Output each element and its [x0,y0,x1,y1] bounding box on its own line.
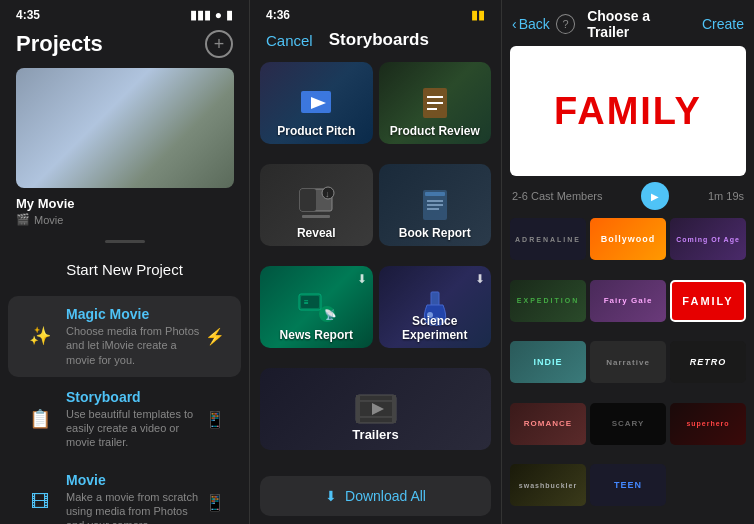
trailers-icon [354,387,398,431]
retro-label: RETRO [690,357,727,367]
battery-icon-2: ▮▮ [471,8,485,22]
start-new-button[interactable]: Start New Project [0,253,249,294]
svg-rect-7 [300,189,316,211]
status-icons-2: ▮▮ [471,8,485,22]
back-chevron-icon: ‹ [512,16,517,32]
book-report-icon [415,185,455,225]
trailer-thumb-retro[interactable]: RETRO [670,341,746,383]
trailer-thumb-fairy-tale[interactable]: Fairy Gale [590,280,666,322]
news-report-bg: ⬇ ≡ 📡 News Report [260,266,373,348]
storyboard-card-news-report[interactable]: ⬇ ≡ 📡 News Report [260,266,373,348]
trailer-thumb-coming-of-age[interactable]: Coming Of Age [670,218,746,260]
menu-item-movie[interactable]: 🎞 Movie Make a movie from scratch using … [8,462,241,524]
project-thumbnail[interactable] [16,68,234,188]
play-button[interactable]: ▶ [641,182,669,210]
storyboard-card-reveal[interactable]: ↓ Reveal [260,164,373,246]
trailer-thumb-teen[interactable]: TEEN [590,464,666,506]
battery-icon: ▮ [226,8,233,22]
time-2: 4:36 [266,8,290,22]
add-project-button[interactable]: + [205,30,233,58]
trailers-label: Trailers [260,427,491,442]
help-button[interactable]: ? [556,14,575,34]
product-pitch-icon [296,83,336,123]
trailer-preview: FAMILY [510,46,746,176]
storyboards-title: Storyboards [329,30,429,50]
project-info: My Movie 🎬 Movie [0,188,249,230]
svg-text:📡: 📡 [324,308,337,321]
menu-items: ✨ Magic Movie Choose media from Photos a… [0,294,249,524]
product-pitch-bg: Product Pitch [260,62,373,144]
book-report-label: Book Report [379,226,492,240]
project-type: 🎬 Movie [16,213,233,226]
movie-icon: 🎞 [24,486,56,518]
cast-members-label: 2-6 Cast Members [512,190,602,202]
movie-icon-right: 📱 [205,493,225,512]
news-report-icon: ≡ 📡 [295,286,337,328]
storyboard-card-product-pitch[interactable]: Product Pitch [260,62,373,144]
svg-rect-21 [431,292,439,306]
teen-label: TEEN [614,480,642,490]
reveal-bg: ↓ Reveal [260,164,373,246]
storyboard-title: Storyboard [66,389,205,405]
download-all-button[interactable]: ⬇ Download All [260,476,491,516]
projects-title: Projects [16,31,103,57]
project-name: My Movie [16,196,233,211]
svg-text:≡: ≡ [304,298,309,307]
trailer-thumb-adrenaline[interactable]: ADRENALINE [510,218,586,260]
fairy-tale-label: Fairy Gale [604,296,653,305]
svg-rect-12 [425,192,445,196]
swashbuckler-label: swashbuckler [519,482,577,489]
coming-of-age-label: Coming Of Age [676,236,740,243]
menu-item-storyboard[interactable]: 📋 Storyboard Use beautiful templates to … [8,379,241,460]
create-button[interactable]: Create [702,16,744,32]
book-report-bg: Book Report [379,164,492,246]
storyboard-icon: 📋 [24,403,56,435]
trailer-thumb-family[interactable]: FAMILY [670,280,746,322]
storyboard-desc: Use beautiful templates to easily create… [66,407,205,450]
storyboard-card-book-report[interactable]: Book Report [379,164,492,246]
indie-label: INDIE [533,357,562,367]
reveal-icon: ↓ [296,185,336,225]
trailer-thumb-superhero[interactable]: superhero [670,403,746,445]
trailer-nav: ‹ Back ? Choose a Trailer Create [502,0,754,46]
product-review-bg: Product Review [379,62,492,144]
svg-rect-25 [356,395,360,423]
news-report-label: News Report [260,328,373,342]
storyboard-card-product-review[interactable]: Product Review [379,62,492,144]
menu-item-magic-movie[interactable]: ✨ Magic Movie Choose media from Photos a… [8,296,241,377]
product-pitch-label: Product Pitch [260,124,373,138]
trailer-thumb-swashbuckler[interactable]: swashbuckler [510,464,586,506]
time-1: 4:35 [16,8,40,22]
divider [105,240,145,243]
download-all-label: Download All [345,488,426,504]
film-icon: 🎬 [16,213,30,226]
back-button[interactable]: ‹ Back [512,16,550,32]
trailer-thumb-romance[interactable]: ROMANCE [510,403,586,445]
projects-header: Projects + [0,26,249,68]
trailer-meta: 2-6 Cast Members ▶ 1m 19s [502,182,754,216]
trailers-bg: Trailers [260,368,491,450]
product-review-label: Product Review [379,124,492,138]
svg-text:↓: ↓ [325,189,330,199]
project-image [16,68,234,188]
storyboards-grid: Product Pitch Product Review [250,58,501,468]
cancel-button[interactable]: Cancel [266,32,313,49]
magic-movie-icon-right: ⚡ [205,327,225,346]
trailer-thumb-indie[interactable]: INDIE [510,341,586,383]
trailer-thumb-expedition[interactable]: EXPEDITION [510,280,586,322]
reveal-label: Reveal [260,226,373,240]
expedition-label: EXPEDITION [517,297,579,304]
science-bg: ⬇ Science Experiment [379,266,492,348]
trailer-thumb-scary[interactable]: SCARY [590,403,666,445]
storyboard-card-science[interactable]: ⬇ Science Experiment [379,266,492,348]
storyboard-card-trailers[interactable]: Trailers [260,368,491,450]
magic-movie-title: Magic Movie [66,306,205,322]
trailer-thumbnails-grid: ADRENALINE Bollywood Coming Of Age EXPED… [502,216,754,524]
menu-item-magic-movie-text: Magic Movie Choose media from Photos and… [66,306,205,367]
trailer-preview-text: FAMILY [554,90,702,133]
science-download-icon: ⬇ [475,272,485,286]
trailer-thumb-bollywood[interactable]: Bollywood [590,218,666,260]
superhero-label: superhero [686,420,729,427]
wifi-icon: ● [215,8,222,22]
trailer-thumb-narrative[interactable]: Narrative [590,341,666,383]
